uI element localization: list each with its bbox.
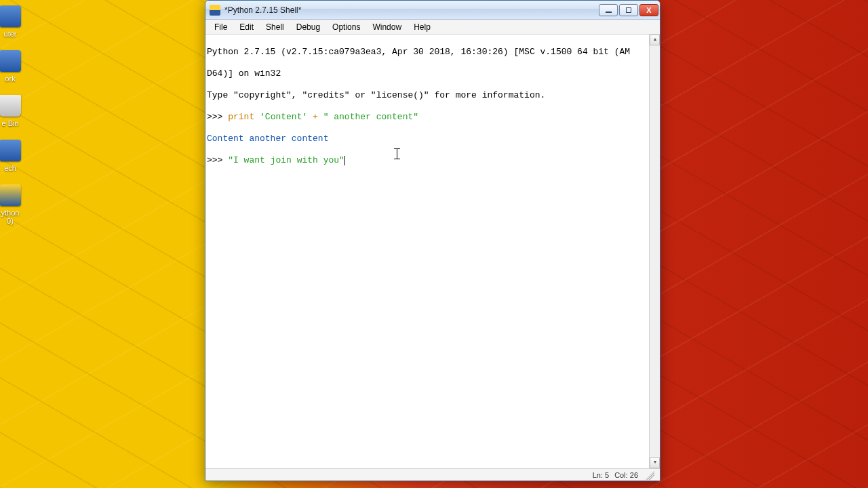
statusbar: Ln: 5 Col: 26 — [205, 468, 660, 481]
status-column: Col: 26 — [614, 471, 638, 479]
menu-debug[interactable]: Debug — [290, 21, 326, 33]
menu-options[interactable]: Options — [326, 21, 366, 33]
menu-shell[interactable]: Shell — [260, 21, 290, 33]
scroll-up-button[interactable]: ▴ — [650, 35, 660, 45]
window-buttons: X — [599, 4, 658, 16]
desktop-icon-computer[interactable]: uter — [0, 5, 31, 38]
menu-help[interactable]: Help — [408, 21, 437, 33]
banner-line: D64)] on win32 — [207, 68, 648, 79]
folder-icon — [0, 140, 21, 161]
output-line: Content another content — [207, 134, 648, 144]
desktop-icon-label: e Bin — [0, 119, 31, 127]
operator-plus: + — [307, 112, 323, 122]
python-icon — [0, 184, 21, 206]
prompt: >>> — [207, 155, 228, 165]
banner-line: Python 2.7.15 (v2.7.15:ca079a3ea3, Apr 3… — [207, 47, 648, 58]
string-literal: 'Content' — [260, 112, 307, 122]
shell-editor[interactable]: Python 2.7.15 (v2.7.15:ca079a3ea3, Apr 3… — [205, 35, 649, 468]
titlebar[interactable]: *Python 2.7.15 Shell* X — [205, 1, 660, 20]
vertical-scrollbar[interactable]: ▴ ▾ — [649, 35, 660, 468]
desktop-icon-generic[interactable]: ech — [0, 140, 31, 172]
desktop-icon-recyclebin[interactable]: e Bin — [0, 95, 31, 127]
desktop-icons: uter ork e Bin ech ython 0) — [0, 0, 44, 237]
string-literal: " another content" — [323, 112, 418, 122]
close-button[interactable]: X — [639, 4, 658, 16]
python-app-icon — [210, 5, 220, 16]
desktop-icon-network[interactable]: ork — [0, 50, 31, 83]
desktop-wallpaper: uter ork e Bin ech ython 0) *Python 2.7.… — [0, 0, 868, 488]
menu-file[interactable]: File — [208, 21, 233, 33]
keyword-print: print — [228, 112, 260, 122]
resize-grip-icon[interactable] — [645, 470, 654, 480]
editor-area: Python 2.7.15 (v2.7.15:ca079a3ea3, Apr 3… — [205, 35, 660, 468]
close-icon: X — [646, 6, 651, 14]
input-line: >>> print 'Content' + " another content" — [207, 112, 648, 123]
prompt: >>> — [207, 112, 228, 122]
network-icon — [0, 50, 21, 72]
menubar: File Edit Shell Debug Options Window Hel… — [205, 20, 660, 35]
desktop-icon-label: uter — [0, 30, 31, 38]
hint-line: Type "copyright", "credits" or "license(… — [207, 90, 648, 101]
scroll-down-button[interactable]: ▾ — [650, 458, 660, 468]
menu-window[interactable]: Window — [366, 21, 408, 33]
minimize-button[interactable] — [599, 4, 618, 16]
input-line: >>> "I want join with you" — [207, 155, 648, 166]
scroll-track[interactable] — [650, 45, 660, 458]
desktop-icon-label: ech — [0, 164, 31, 172]
text-caret — [344, 156, 345, 165]
desktop-icon-python[interactable]: ython 0) — [0, 184, 31, 225]
python-shell-window: *Python 2.7.15 Shell* X File Edit Shell … — [205, 0, 660, 481]
minimize-icon — [606, 12, 612, 13]
maximize-icon — [626, 7, 631, 13]
string-literal: "I want join with you" — [228, 155, 344, 165]
desktop-icon-label: ork — [0, 75, 31, 83]
status-line: Ln: 5 — [593, 471, 609, 479]
computer-icon — [0, 5, 21, 27]
maximize-button[interactable] — [619, 4, 638, 16]
window-title: *Python 2.7.15 Shell* — [224, 5, 599, 15]
desktop-icon-label: ython 0) — [0, 209, 31, 225]
recyclebin-icon — [0, 95, 21, 117]
menu-edit[interactable]: Edit — [233, 21, 260, 33]
